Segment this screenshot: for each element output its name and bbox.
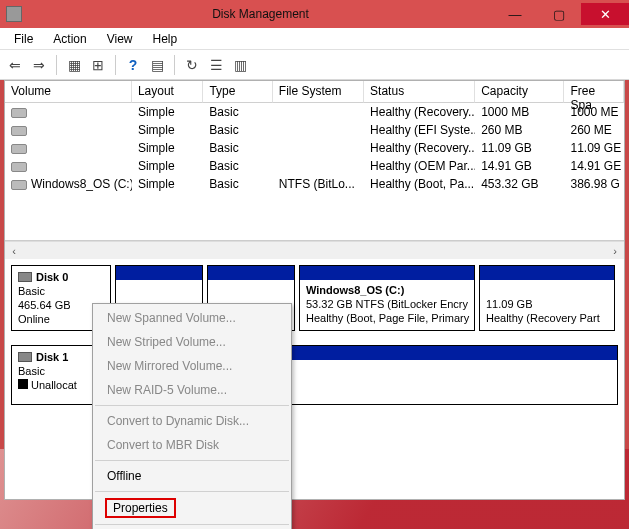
- menu-view[interactable]: View: [99, 30, 141, 48]
- separator: [174, 55, 175, 75]
- unallocated-icon: [18, 379, 28, 389]
- grid-view-button[interactable]: ▥: [229, 54, 251, 76]
- disk-1-label: Disk 1: [36, 350, 68, 364]
- col-type[interactable]: Type: [203, 81, 272, 103]
- menu-bar: File Action View Help: [0, 28, 629, 50]
- col-layout[interactable]: Layout: [132, 81, 203, 103]
- menu-help[interactable]: Help: [145, 30, 186, 48]
- ctx-properties-label: Properties: [105, 498, 176, 518]
- context-menu: New Spanned Volume... New Striped Volume…: [92, 303, 292, 529]
- disk-1-state: Unallocat: [31, 379, 77, 391]
- volume-icon: [11, 144, 27, 154]
- ctx-properties[interactable]: Properties: [93, 495, 291, 521]
- show-hide-tree-button[interactable]: ▦: [63, 54, 85, 76]
- volume-icon: [11, 126, 27, 136]
- forward-button[interactable]: ⇒: [28, 54, 50, 76]
- separator: [95, 405, 289, 406]
- volume-list: Volume Layout Type File System Status Ca…: [5, 81, 624, 241]
- ctx-new-raid5: New RAID-5 Volume...: [93, 378, 291, 402]
- ctx-new-spanned: New Spanned Volume...: [93, 306, 291, 330]
- separator: [95, 524, 289, 525]
- menu-file[interactable]: File: [6, 30, 41, 48]
- ctx-convert-mbr: Convert to MBR Disk: [93, 433, 291, 457]
- partition[interactable]: 11.09 GBHealthy (Recovery Part: [479, 265, 615, 331]
- scroll-left-icon[interactable]: ‹: [5, 243, 23, 259]
- ctx-new-mirrored: New Mirrored Volume...: [93, 354, 291, 378]
- disk-0-label: Disk 0: [36, 270, 68, 284]
- minimize-button[interactable]: —: [493, 3, 537, 25]
- col-volume[interactable]: Volume: [5, 81, 132, 103]
- partition-bar: [116, 266, 202, 280]
- list-view-button[interactable]: ☰: [205, 54, 227, 76]
- partition-body: Windows8_OS (C:)53.32 GB NTFS (BitLocker…: [300, 280, 474, 328]
- back-button[interactable]: ⇐: [4, 54, 26, 76]
- table-row[interactable]: SimpleBasicHealthy (Recovery...11.09 GB1…: [5, 139, 624, 157]
- table-row[interactable]: SimpleBasicHealthy (OEM Par...14.91 GB14…: [5, 157, 624, 175]
- table-row[interactable]: Windows8_OS (C:)SimpleBasicNTFS (BitLo..…: [5, 175, 624, 193]
- ctx-offline[interactable]: Offline: [93, 464, 291, 488]
- ctx-convert-dynamic: Convert to Dynamic Disk...: [93, 409, 291, 433]
- disk-icon: [18, 272, 32, 282]
- horizontal-scrollbar[interactable]: ‹ ›: [5, 241, 624, 259]
- separator: [56, 55, 57, 75]
- volume-icon: [11, 108, 27, 118]
- volume-icon: [11, 180, 27, 190]
- col-capacity[interactable]: Capacity: [475, 81, 564, 103]
- separator: [115, 55, 116, 75]
- partition-bar: [208, 266, 294, 280]
- scroll-right-icon[interactable]: ›: [606, 243, 624, 259]
- maximize-button[interactable]: ▢: [537, 3, 581, 25]
- app-icon: [6, 6, 22, 22]
- partition-bar: [480, 266, 614, 280]
- disk-icon: [18, 352, 32, 362]
- col-filesystem[interactable]: File System: [273, 81, 364, 103]
- window-title: Disk Management: [28, 7, 493, 21]
- col-free[interactable]: Free Spa: [564, 81, 624, 103]
- close-button[interactable]: ✕: [581, 3, 629, 25]
- title-bar: Disk Management — ▢ ✕: [0, 0, 629, 28]
- partition-body: 11.09 GBHealthy (Recovery Part: [480, 280, 614, 328]
- disk-0-type: Basic: [18, 284, 104, 298]
- partition-bar: [300, 266, 474, 280]
- partition[interactable]: Windows8_OS (C:)53.32 GB NTFS (BitLocker…: [299, 265, 475, 331]
- separator: [95, 491, 289, 492]
- menu-action[interactable]: Action: [45, 30, 94, 48]
- separator: [95, 460, 289, 461]
- help-button[interactable]: ?: [122, 54, 144, 76]
- calendar-button[interactable]: ▤: [146, 54, 168, 76]
- volume-icon: [11, 162, 27, 172]
- table-row[interactable]: SimpleBasicHealthy (Recovery...1000 MB10…: [5, 103, 624, 121]
- toolbar: ⇐ ⇒ ▦ ⊞ ? ▤ ↻ ☰ ▥: [0, 50, 629, 80]
- column-header-row: Volume Layout Type File System Status Ca…: [5, 81, 624, 103]
- table-row[interactable]: SimpleBasicHealthy (EFI Syste...260 MB26…: [5, 121, 624, 139]
- ctx-new-striped: New Striped Volume...: [93, 330, 291, 354]
- col-status[interactable]: Status: [364, 81, 475, 103]
- properties-button[interactable]: ⊞: [87, 54, 109, 76]
- refresh-button[interactable]: ↻: [181, 54, 203, 76]
- window-buttons: — ▢ ✕: [493, 3, 629, 25]
